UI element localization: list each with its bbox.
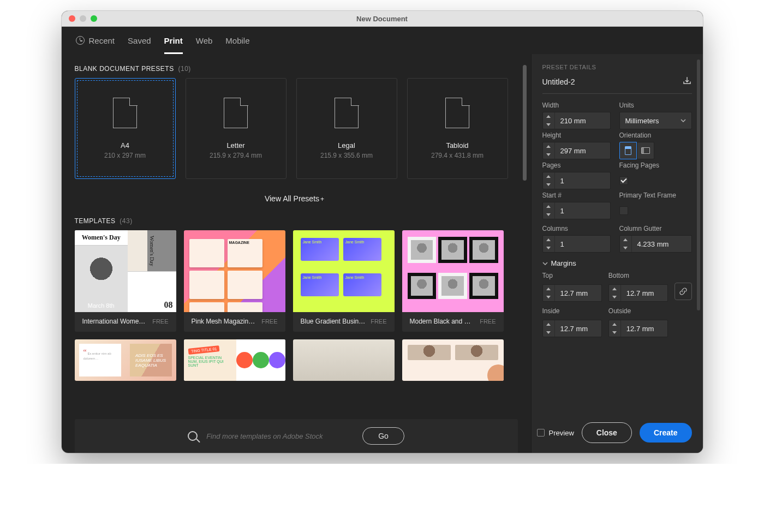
pages-stepper[interactable]: 1 [542, 172, 611, 189]
template-thumbnail: TING TITLE 01SPECIAL EVENTIN NUM, EIUS I… [184, 339, 285, 381]
step-down-icon[interactable] [620, 244, 631, 252]
units-select[interactable]: Millimeters [619, 112, 692, 129]
minimize-window-icon[interactable] [80, 15, 86, 22]
tab-mobile[interactable]: Mobile [225, 27, 249, 54]
template-card[interactable]: Modern Black and W… FREE [402, 230, 504, 332]
preview-toggle[interactable]: Preview [537, 429, 574, 437]
tab-recent[interactable]: Recent [76, 27, 115, 54]
close-window-icon[interactable] [69, 15, 75, 22]
tab-print[interactable]: Print [164, 27, 183, 54]
step-up-icon[interactable] [543, 285, 554, 293]
step-down-icon[interactable] [543, 328, 554, 337]
column-gutter-stepper[interactable]: 4.233 mm [619, 235, 692, 253]
start-number-value[interactable]: 1 [555, 202, 610, 219]
margin-outside-value[interactable]: 12.7 mm [621, 320, 667, 337]
column-gutter-label: Column Gutter [619, 225, 692, 232]
units-label: Units [619, 101, 692, 109]
close-button[interactable]: Close [582, 422, 632, 443]
margin-bottom-stepper[interactable]: 12.7 mm [608, 284, 668, 302]
width-stepper[interactable]: 210 mm [542, 112, 611, 129]
scrollbar-thumb[interactable] [523, 65, 527, 181]
document-name[interactable]: Untitled-2 [542, 77, 575, 86]
template-card[interactable]: TING TITLE 01SPECIAL EVENTIN NUM, EIUS I… [184, 339, 285, 381]
step-down-icon[interactable] [609, 328, 620, 337]
scrollbar[interactable] [523, 65, 527, 354]
titlebar: New Document [62, 11, 703, 27]
preset-letter[interactable]: Letter 215.9 x 279.4 mm [186, 78, 286, 179]
template-card[interactable]: Jane Smith Jane Smith Jane Smith Jane Sm… [293, 230, 395, 332]
step-down-icon[interactable] [543, 181, 554, 189]
stock-go-button[interactable]: Go [362, 427, 404, 445]
step-up-icon[interactable] [543, 202, 554, 211]
sidebar-scrollbar[interactable] [697, 59, 700, 310]
template-thumbnail [293, 339, 395, 381]
main-panel: BLANK DOCUMENT PRESETS (10) A4 210 x 297… [62, 54, 531, 453]
stock-search-input[interactable] [205, 432, 347, 441]
window-controls [62, 15, 97, 22]
margin-bottom-value[interactable]: 12.7 mm [621, 285, 667, 301]
margin-top-stepper[interactable]: 12.7 mm [542, 284, 602, 302]
column-gutter-value[interactable]: 4.233 mm [632, 236, 691, 252]
margins-toggle[interactable]: Margins [542, 259, 692, 267]
step-down-icon[interactable] [609, 293, 620, 301]
preset-a4[interactable]: A4 210 x 297 mm [75, 78, 176, 179]
create-button[interactable]: Create [640, 423, 692, 443]
primary-text-frame-checkbox[interactable] [619, 206, 628, 215]
columns-label: Columns [542, 225, 611, 232]
step-up-icon[interactable] [543, 320, 554, 328]
page-icon [445, 98, 469, 128]
facing-pages-checkbox[interactable] [619, 176, 628, 185]
page-icon [113, 98, 137, 128]
template-card[interactable]: “ Es enitur nim ab dolorem… ADIS EOS ESI… [75, 339, 176, 381]
chevron-down-icon [681, 119, 686, 122]
height-value[interactable]: 297 mm [555, 142, 610, 159]
template-card[interactable] [293, 339, 395, 381]
chevron-down-icon [542, 262, 548, 265]
margin-outside-stepper[interactable]: 12.7 mm [608, 320, 668, 337]
template-card[interactable]: Women's Day March 8th Women's Day Intern… [75, 230, 176, 332]
template-price: FREE [261, 318, 277, 325]
preset-legal[interactable]: Legal 215.9 x 355.6 mm [296, 78, 397, 179]
step-up-icon[interactable] [543, 236, 554, 244]
preview-checkbox[interactable] [537, 429, 545, 437]
orientation-portrait-button[interactable] [619, 142, 637, 159]
step-up-icon[interactable] [609, 285, 620, 293]
step-up-icon[interactable] [543, 142, 554, 151]
width-value[interactable]: 210 mm [555, 112, 610, 129]
save-preset-icon[interactable] [682, 76, 692, 88]
start-number-stepper[interactable]: 1 [542, 202, 611, 219]
template-name: Modern Black and W… [410, 318, 475, 325]
columns-value[interactable]: 1 [555, 236, 610, 252]
view-all-presets-link[interactable]: View All Presets+ [75, 194, 515, 203]
margin-outside-label: Outside [608, 307, 668, 315]
margin-top-value[interactable]: 12.7 mm [555, 285, 601, 301]
template-card[interactable] [402, 339, 504, 381]
link-margins-button[interactable] [675, 283, 691, 300]
columns-stepper[interactable]: 1 [542, 235, 611, 253]
zoom-window-icon[interactable] [91, 15, 97, 22]
tab-saved[interactable]: Saved [128, 27, 151, 54]
orientation-label: Orientation [619, 131, 692, 139]
template-thumbnail: Women's Day March 8th Women's Day [75, 230, 176, 312]
tab-web[interactable]: Web [196, 27, 213, 54]
step-up-icon[interactable] [543, 112, 554, 121]
preset-tabloid[interactable]: Tabloid 279.4 x 431.8 mm [407, 78, 508, 179]
step-up-icon[interactable] [620, 236, 631, 244]
pages-value[interactable]: 1 [555, 172, 610, 189]
step-up-icon[interactable] [609, 320, 620, 328]
margin-inside-stepper[interactable]: 12.7 mm [542, 320, 602, 337]
step-down-icon[interactable] [543, 121, 554, 129]
margin-inside-value[interactable]: 12.7 mm [555, 320, 601, 337]
template-thumbnail: Jane Smith Jane Smith Jane Smith Jane Sm… [293, 230, 395, 312]
height-stepper[interactable]: 297 mm [542, 142, 611, 159]
step-up-icon[interactable] [543, 172, 554, 181]
presets-heading: BLANK DOCUMENT PRESETS (10) [75, 65, 515, 73]
orientation-landscape-button[interactable] [637, 142, 654, 159]
step-down-icon[interactable] [543, 211, 554, 219]
margin-top-label: Top [542, 272, 602, 279]
step-down-icon[interactable] [543, 151, 554, 159]
step-down-icon[interactable] [543, 293, 554, 301]
step-down-icon[interactable] [543, 244, 554, 252]
template-thumbnail [402, 230, 504, 312]
template-card[interactable]: Pink Mesh Magazine… FREE [184, 230, 285, 332]
